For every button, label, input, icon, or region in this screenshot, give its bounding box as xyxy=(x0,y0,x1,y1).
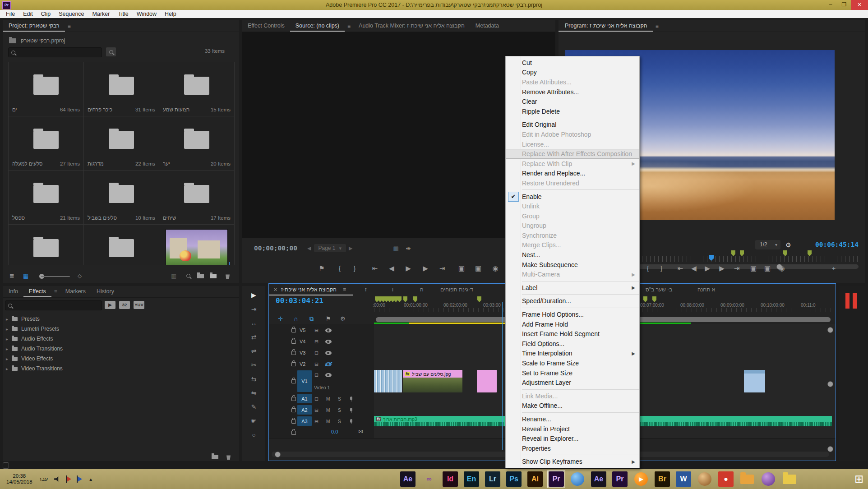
mark-in-button[interactable]: { xyxy=(334,264,346,272)
menu-item-make-offline[interactable]: Make Offline... xyxy=(506,401,639,411)
timeline-settings-wrench-icon[interactable]: ⚙ xyxy=(340,315,346,322)
hidden-icons-chevron[interactable]: ▲ xyxy=(88,477,93,482)
sync-lock-icon[interactable]: ⊟ xyxy=(314,418,319,424)
play-button[interactable]: ▶ xyxy=(702,264,713,272)
track-output-icon[interactable] xyxy=(325,351,332,355)
close-button[interactable]: ✕ xyxy=(851,0,868,10)
sync-lock-icon[interactable]: ⊟ xyxy=(314,407,319,413)
menu-item-merge-clips[interactable]: Merge Clips... xyxy=(506,240,639,250)
after-effects-icon[interactable]: Ae xyxy=(399,470,417,488)
timeline-tab[interactable]: ו xyxy=(392,286,393,293)
chevron-right-icon[interactable]: ▸ xyxy=(6,337,8,341)
track-output-icon[interactable] xyxy=(325,373,332,377)
new-custom-bin-button[interactable] xyxy=(212,455,218,459)
voiceover-record-icon[interactable] xyxy=(350,408,352,411)
flag-icon[interactable] xyxy=(67,476,71,482)
menu-item-restore-unrendered[interactable]: Restore Unrendered xyxy=(506,178,639,188)
mark-out-button[interactable]: } xyxy=(656,264,667,272)
tab-markers[interactable]: Markers xyxy=(60,286,91,297)
voiceover-record-icon[interactable] xyxy=(350,419,352,423)
settings-icon[interactable]: ▥ xyxy=(393,245,399,252)
track-header[interactable]: V4⊟ xyxy=(269,336,374,347)
lock-icon[interactable] xyxy=(291,328,296,332)
razor-tool[interactable]: ✂ xyxy=(242,361,265,369)
slide-tool[interactable]: ⇋ xyxy=(242,389,265,397)
menu-item-edit-in-adobe-photoshop[interactable]: Edit in Adobe Photoshop xyxy=(506,129,639,139)
menu-item-time-interpolation[interactable]: Time Interpolation▶ xyxy=(506,349,639,359)
start-button[interactable]: ⊞ xyxy=(854,472,863,486)
menu-item-ripple-delete[interactable]: Ripple Delete xyxy=(506,106,639,116)
sphere-bronze-icon[interactable] xyxy=(696,470,714,488)
accelerated-effects-badge[interactable]: ▶ xyxy=(105,301,115,309)
program-timecode[interactable]: 00:06:45:14 xyxy=(815,241,859,248)
go-to-out-button[interactable]: ⇥ xyxy=(436,264,448,272)
selection-tool[interactable]: ▶ xyxy=(242,291,265,299)
track-header[interactable]: A1⊟MS xyxy=(269,393,374,404)
menu-item-render-and-replace[interactable]: Render and Replace... xyxy=(506,169,639,179)
find-button[interactable] xyxy=(186,274,190,278)
timeline-tab[interactable]: ב- שער ב"ס xyxy=(646,286,672,293)
voiceover-record-icon[interactable] xyxy=(350,397,352,400)
menubar-item-clip[interactable]: Clip xyxy=(37,11,55,17)
new-item-button[interactable] xyxy=(210,274,217,278)
folder-yellow-icon[interactable] xyxy=(780,470,799,488)
project-folder-item[interactable]: סלעים למעלה27 Items xyxy=(9,116,84,171)
menu-item-link-media[interactable]: Link Media... xyxy=(506,391,639,401)
effects-tree-item[interactable]: ▸Video Effects xyxy=(6,354,53,364)
snap-magnet-icon[interactable]: ∩ xyxy=(294,315,298,322)
lift-button[interactable]: ▣ xyxy=(748,264,759,272)
clip-thumbnail-item[interactable] xyxy=(159,225,235,265)
scrollbar-knob[interactable] xyxy=(827,327,833,333)
delete-custom-item-button[interactable] xyxy=(226,454,231,460)
mark-in-button[interactable]: { xyxy=(642,264,654,272)
illustrator-icon[interactable]: Ai xyxy=(526,470,544,488)
compare-view-icon[interactable]: ⇹ xyxy=(406,245,411,252)
scrollbar-knob[interactable] xyxy=(827,446,833,452)
track-header[interactable]: 0.0⋈ xyxy=(269,427,374,438)
tab-program[interactable]: Program: הקבוצה אליה אני שיכת-ז xyxy=(559,20,653,32)
menu-item-synchronize[interactable]: Synchronize xyxy=(506,231,639,240)
rolling-edit-tool[interactable]: ⇄ xyxy=(242,333,265,341)
photoshop-icon[interactable]: Ps xyxy=(505,470,523,488)
lock-icon[interactable] xyxy=(291,351,296,355)
chevron-right-icon[interactable]: ▸ xyxy=(6,366,8,371)
clip[interactable] xyxy=(477,370,497,392)
lock-icon[interactable] xyxy=(291,397,296,401)
effects-tree-item[interactable]: ▸Audio Effects xyxy=(6,334,53,344)
list-view-button[interactable]: ≣ xyxy=(9,272,14,279)
encore-icon[interactable]: En xyxy=(462,470,480,488)
project-folder-item[interactable]: כיכר פרחים31 Items xyxy=(84,62,159,116)
project-search-input[interactable] xyxy=(8,47,102,57)
menu-item-field-options[interactable]: Field Options... xyxy=(506,339,639,349)
track-target-button[interactable]: A1 xyxy=(297,394,312,403)
menu-item-frame-hold-options[interactable]: Frame Hold Options... xyxy=(506,309,639,319)
media-player-icon[interactable]: ▶ xyxy=(632,470,650,488)
menu-item-label[interactable]: Label▶ xyxy=(506,283,639,293)
solo-button[interactable]: S xyxy=(338,419,341,424)
volume-icon[interactable] xyxy=(54,476,60,482)
visual-studio-icon[interactable]: ∞ xyxy=(420,470,438,488)
language-indicator[interactable]: עבר xyxy=(39,476,48,482)
zoom-tool[interactable]: ○ xyxy=(242,431,265,438)
clip-image[interactable]: fxסלעים עם שביל.jpg xyxy=(403,370,462,392)
bind-icon[interactable]: ⋈ xyxy=(358,429,363,434)
close-tab-icon[interactable]: ✕ xyxy=(273,287,277,293)
menubar-item-title[interactable]: Title xyxy=(114,11,132,17)
menu-item-reveal-in-explorer[interactable]: Reveal in Explorer... xyxy=(506,434,639,443)
menu-item-add-frame-hold[interactable]: Add Frame Hold xyxy=(506,319,639,329)
menu-item-properties[interactable]: Properties xyxy=(506,443,639,453)
page-select[interactable]: Page 1▾ xyxy=(314,244,346,252)
premiere-2-icon[interactable]: Pr xyxy=(611,470,629,488)
overwrite-button[interactable]: ▣ xyxy=(472,264,484,272)
folder-orange-icon[interactable] xyxy=(738,470,756,488)
track-header[interactable]: V3⊟ xyxy=(269,347,374,358)
project-folder-item[interactable]: יער20 Items xyxy=(159,116,235,171)
menubar-item-sequence[interactable]: Sequence xyxy=(55,11,88,17)
next-page-icon[interactable]: ▶ xyxy=(349,245,352,251)
slip-tool[interactable]: ⇆ xyxy=(242,375,265,383)
menubar-item-marker[interactable]: Marker xyxy=(88,11,114,17)
find-bin-button[interactable] xyxy=(106,47,116,56)
export-frame-button[interactable]: ◉ xyxy=(489,264,501,272)
project-folder-item[interactable]: מדרגות22 Items xyxy=(84,116,159,171)
new-bin-button[interactable] xyxy=(197,274,204,278)
